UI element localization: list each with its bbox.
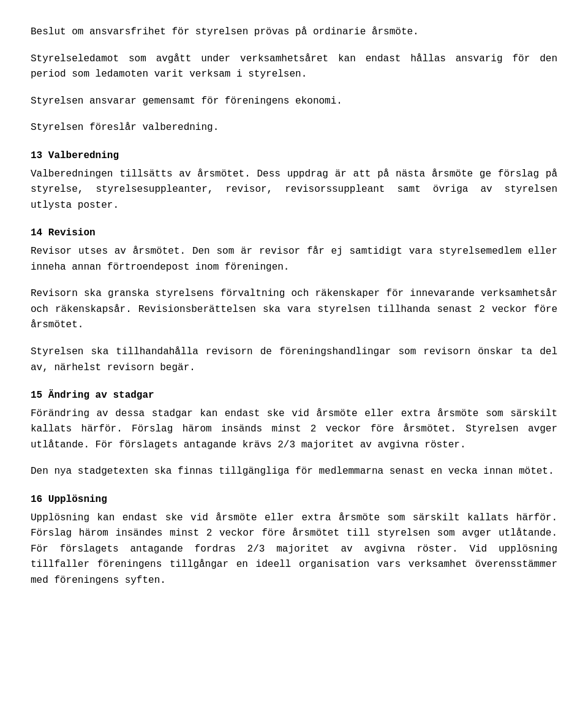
section-15-paragraph-1: Förändring av dessa stadgar kan endast s… — [31, 406, 557, 454]
document-content: Beslut om ansvarsfrihet för styrelsen pr… — [31, 25, 557, 589]
section-16-heading: 16 Upplösning — [31, 492, 557, 508]
intro-paragraph-3: Styrelsen ansvarar gemensamt för förenin… — [31, 94, 557, 110]
section-14-paragraph-3: Styrelsen ska tillhandahålla revisorn de… — [31, 344, 557, 376]
section-16: 16 Upplösning Upplösning kan endast ske … — [31, 492, 557, 589]
section-16-paragraph-1: Upplösning kan endast ske vid årsmöte el… — [31, 511, 557, 589]
section-15: 15 Ändring av stadgar Förändring av dess… — [31, 388, 557, 480]
section-14-heading: 14 Revision — [31, 226, 557, 241]
section-15-paragraph-2: Den nya stadgetexten ska finnas tillgäng… — [31, 464, 557, 480]
section-13-paragraph-1: Valberedningen tillsätts av årsmötet. De… — [31, 167, 557, 214]
section-14-paragraph-2: Revisorn ska granska styrelsens förvaltn… — [31, 286, 557, 333]
intro-paragraph-4: Styrelsen föreslår valberedning. — [31, 120, 557, 136]
intro-paragraph-1: Beslut om ansvarsfrihet för styrelsen pr… — [31, 25, 557, 40]
section-13-heading: 13 Valberedning — [31, 148, 557, 164]
section-13: 13 Valberedning Valberedningen tillsätts… — [31, 148, 557, 213]
section-14: 14 Revision Revisor utses av årsmötet. D… — [31, 226, 557, 376]
section-15-heading: 15 Ändring av stadgar — [31, 388, 557, 404]
section-14-paragraph-1: Revisor utses av årsmötet. Den som är re… — [31, 244, 557, 275]
intro-paragraph-2: Styrelseledamot som avgått under verksam… — [31, 51, 557, 83]
